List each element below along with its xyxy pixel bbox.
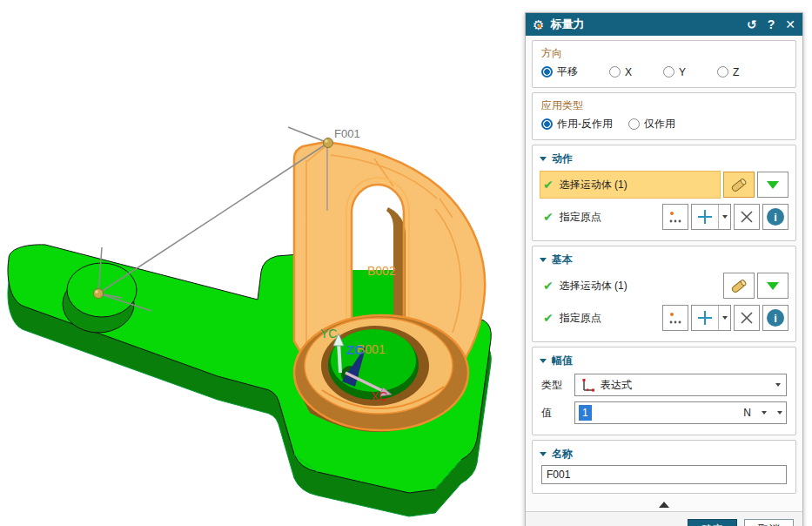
magnitude-group: 幅值 类型 表达式 值 1 N <box>532 347 796 435</box>
point-dialog-icon <box>668 209 683 225</box>
select-body-button[interactable] <box>723 273 755 299</box>
cancel-button[interactable]: 取消 <box>744 519 794 526</box>
check-icon: ✔ <box>543 211 554 223</box>
apply-type-group: 应用类型 作用-反作用 仅作用 <box>532 92 796 140</box>
force-anchor-point[interactable] <box>94 289 104 299</box>
radio-translate[interactable]: 平移 <box>541 64 578 79</box>
force-origin-point[interactable] <box>324 138 333 148</box>
hole-green-through <box>331 329 416 392</box>
radio-dot[interactable] <box>628 118 640 130</box>
action-select-motion-row[interactable]: ✔选择运动体 (1) <box>540 171 789 199</box>
xc-axis-label: XC <box>371 389 387 403</box>
footer: 确定 取消 <box>526 512 802 526</box>
info-icon: i <box>766 308 785 327</box>
gear-icon: ⚙ <box>533 18 544 31</box>
dialog-collapse-button[interactable] <box>526 498 802 509</box>
select-filter-dropdown-button[interactable] <box>757 172 789 198</box>
direction-label: 方向 <box>541 46 787 61</box>
yc-axis-label: YC <box>320 327 337 341</box>
point-dialog-button[interactable] <box>662 305 688 331</box>
type-value: 表达式 <box>601 378 632 393</box>
apply-type-options: 作用-反作用 仅作用 <box>541 117 787 132</box>
dropdown-caret-icon <box>767 282 779 290</box>
snap-point-split-button[interactable] <box>691 204 731 230</box>
svg-text:i: i <box>774 312 777 325</box>
radio-dot[interactable] <box>663 66 674 78</box>
type-combo[interactable]: 表达式 <box>574 374 787 396</box>
radio-action-only[interactable]: 仅作用 <box>628 117 675 132</box>
value-text[interactable]: 1 <box>579 405 592 421</box>
caret-down-icon <box>722 316 728 320</box>
point-info-button[interactable]: i <box>762 305 789 331</box>
collapse-section-icon <box>540 258 547 262</box>
radio-dot[interactable] <box>717 66 728 78</box>
direction-options: 平移 X Y Z <box>541 64 787 79</box>
unit-label: N <box>743 407 751 419</box>
radio-dot[interactable] <box>541 118 553 130</box>
caret-down-icon <box>775 383 781 387</box>
expression-icon <box>580 378 595 393</box>
svg-text:i: i <box>774 211 777 224</box>
close-icon[interactable]: ✕ <box>785 18 795 30</box>
name-header[interactable]: 名称 <box>540 447 787 462</box>
radio-action-reaction[interactable]: 作用-反作用 <box>541 117 613 132</box>
apply-type-label: 应用类型 <box>541 98 787 113</box>
direction-group: 方向 平移 X Y Z <box>532 40 796 88</box>
snap-point-split-button[interactable] <box>691 305 731 331</box>
select-body-button[interactable] <box>723 172 755 198</box>
check-icon: ✔ <box>543 280 554 292</box>
unit-caret-icon[interactable] <box>777 411 782 415</box>
clear-point-button[interactable] <box>734 305 760 331</box>
check-icon: ✔ <box>543 312 554 324</box>
action-specify-origin-row[interactable]: ✔指定原点 i <box>540 203 789 231</box>
crosshair-plus-icon <box>697 209 713 225</box>
base-select-motion-row[interactable]: ✔选择运动体 (1) <box>540 272 789 300</box>
name-group: 名称 <box>532 440 796 494</box>
action-group: 动作 ✔选择运动体 (1) ✔指定原点 <box>532 145 796 241</box>
type-label: 类型 <box>541 378 574 393</box>
dialog-title: 标量力 <box>550 17 736 32</box>
magnitude-header[interactable]: 幅值 <box>540 354 787 368</box>
collapse-up-icon <box>659 502 669 508</box>
radio-y[interactable]: Y <box>663 66 686 78</box>
reset-icon[interactable]: ↺ <box>747 18 757 30</box>
point-info-button[interactable]: i <box>762 204 789 230</box>
radio-dot[interactable] <box>541 66 553 78</box>
ok-button[interactable]: 确定 <box>688 519 737 526</box>
radio-dot[interactable] <box>609 66 621 78</box>
zc-axis-label: ZC <box>346 342 364 357</box>
collapse-section-icon <box>540 452 547 456</box>
base-group: 基本 ✔选择运动体 (1) ✔指定原点 <box>532 246 796 342</box>
scalar-force-dialog: ⚙ 标量力 ↺ ? ✕ 方向 平移 X Y Z 应用类型 作用-反作用 仅作用 … <box>525 12 803 526</box>
crosshair-plus-icon <box>697 310 713 326</box>
collapse-section-icon <box>540 157 547 161</box>
snap-point-caret[interactable] <box>718 205 730 229</box>
dropdown-caret-icon <box>767 181 779 189</box>
x-cross-icon <box>740 311 754 325</box>
body-orange-label: B002 <box>367 264 396 278</box>
radio-z[interactable]: Z <box>717 66 739 78</box>
caret-down-icon <box>722 215 728 219</box>
collapse-section-icon <box>540 359 547 363</box>
value-options-caret-icon[interactable] <box>762 411 767 415</box>
select-filter-dropdown-button[interactable] <box>757 273 789 299</box>
action-header[interactable]: 动作 <box>540 152 787 166</box>
snap-point-caret[interactable] <box>718 306 730 330</box>
value-field[interactable]: 1 N <box>574 401 787 424</box>
x-cross-icon <box>740 210 754 224</box>
base-header[interactable]: 基本 <box>540 253 787 267</box>
info-icon: i <box>766 207 785 226</box>
cylinder-icon <box>729 277 748 294</box>
name-input[interactable] <box>541 465 787 484</box>
force-label: F001 <box>334 127 360 140</box>
cylinder-icon <box>729 176 748 193</box>
dialog-titlebar[interactable]: ⚙ 标量力 ↺ ? ✕ <box>526 13 802 36</box>
value-label: 值 <box>541 406 574 421</box>
clear-point-button[interactable] <box>734 204 760 230</box>
radio-x[interactable]: X <box>609 66 632 78</box>
help-icon[interactable]: ? <box>768 18 775 30</box>
check-icon: ✔ <box>543 179 554 191</box>
point-dialog-icon <box>668 310 683 326</box>
point-dialog-button[interactable] <box>662 204 688 230</box>
base-specify-origin-row[interactable]: ✔指定原点 i <box>540 304 789 332</box>
